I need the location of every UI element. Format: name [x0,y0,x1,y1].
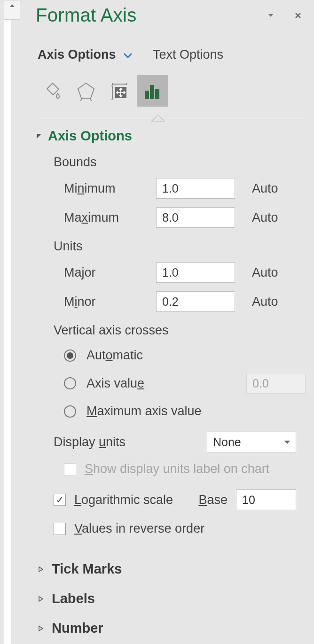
crosses-max-label: Maximum axis value [86,404,202,419]
show-display-units-label: Show display units label on chart [85,462,269,476]
svg-rect-15 [150,85,154,99]
pane-header: Format Axis [36,5,306,26]
section-axis-options-title: Axis Options [48,128,132,144]
bounds-heading: Bounds [36,155,306,170]
axis-options-dropdown[interactable] [123,52,133,60]
effects-icon[interactable] [70,75,102,107]
svg-marker-20 [39,567,43,572]
format-axis-pane: Format Axis Axis Options Text Options [23,0,314,644]
section-number-title: Number [52,621,103,636]
crosses-axis-value-input [246,373,306,394]
reverse-order-label: Values in reverse order [74,521,204,536]
format-category-icons [36,75,306,107]
show-display-units-checkbox [64,463,76,475]
vertical-ruler [4,20,11,644]
expand-icon [38,625,44,632]
svg-marker-22 [39,626,43,631]
crosses-automatic-label: Automatic [86,348,143,363]
fill-icon[interactable] [37,75,68,107]
bounds-min-input[interactable] [156,178,235,199]
section-axis-options-header[interactable]: Axis Options [36,128,306,144]
log-scale-checkbox[interactable] [54,494,66,506]
svg-rect-14 [145,91,149,99]
tab-axis-options[interactable]: Axis Options [38,47,116,62]
svg-marker-21 [39,597,43,601]
expand-icon [38,566,44,573]
log-base-label: Base [198,493,228,507]
log-base-input[interactable] [236,489,296,510]
pane-close-button[interactable] [292,10,304,21]
svg-marker-19 [284,441,290,444]
section-labels-title: Labels [52,591,95,606]
svg-marker-2 [78,83,94,98]
option-category-tabs: Axis Options Text Options [36,47,306,62]
svg-marker-18 [37,134,41,139]
scroll-track[interactable] [4,11,21,20]
reverse-order-checkbox[interactable] [54,523,66,535]
pane-title: Format Axis [36,5,136,26]
crosses-axis-value-radio[interactable] [64,377,76,389]
svg-marker-17 [151,115,165,122]
crosses-automatic-radio[interactable] [64,349,76,362]
category-divider [36,113,306,126]
units-major-reset[interactable]: Auto [252,265,278,280]
display-units-value: None [213,435,241,449]
bounds-min-reset[interactable]: Auto [252,181,278,196]
crosses-heading: Vertical axis crosses [36,323,306,338]
scroll-up-button[interactable] [4,0,21,11]
log-scale-label: Logarithmic scale [74,493,173,507]
units-minor-label: Minor [64,295,156,309]
units-minor-input[interactable] [156,291,235,312]
display-units-select[interactable]: None [207,432,296,452]
svg-rect-16 [155,89,159,99]
bounds-min-label: Minimum [64,181,156,196]
section-tick-marks-header[interactable]: Tick Marks [36,561,306,577]
units-minor-reset[interactable]: Auto [252,295,278,309]
tab-text-options[interactable]: Text Options [153,47,223,62]
crosses-axis-value-label: Axis value [86,376,144,391]
axis-options-icon[interactable] [137,75,168,107]
bounds-max-label: Maximum [64,210,156,225]
display-units-label: Display units [54,435,126,450]
crosses-max-radio[interactable] [64,405,76,418]
units-major-input[interactable] [156,262,235,283]
pane-menu-button[interactable] [265,10,276,21]
expand-icon [38,596,44,602]
units-major-label: Major [64,265,156,280]
section-tick-marks-title: Tick Marks [52,561,122,577]
left-scrollbar-strip [0,0,20,644]
section-number-header[interactable]: Number [36,621,306,636]
bounds-max-reset[interactable]: Auto [252,210,278,225]
collapse-icon [36,133,42,140]
size-properties-icon[interactable] [103,75,135,107]
bounds-max-input[interactable] [156,207,235,228]
section-labels-header[interactable]: Labels [36,591,306,606]
units-heading: Units [36,239,306,254]
